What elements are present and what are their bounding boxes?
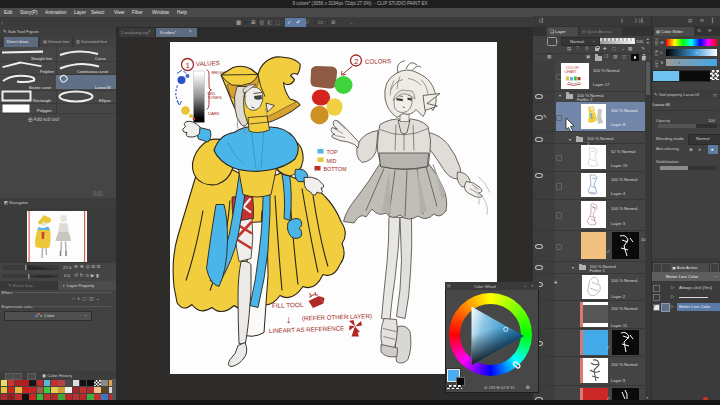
svg-text:VALUES: VALUES [196, 59, 220, 67]
svg-text:FILL TOOL: FILL TOOL [272, 300, 304, 308]
svg-text:TONES: TONES [208, 95, 223, 100]
svg-text:↓: ↓ [286, 313, 291, 325]
svg-text:TOP: TOP [327, 149, 338, 155]
svg-text:CHART: CHART [565, 70, 578, 74]
svg-text:BOTTOM: BOTTOM [324, 166, 347, 172]
svg-text:DARK: DARK [208, 110, 220, 115]
svg-text:MID: MID [327, 157, 337, 163]
svg-text:1: 1 [186, 61, 191, 70]
svg-text:COLORS: COLORS [365, 57, 391, 65]
svg-text:2: 2 [354, 57, 359, 66]
